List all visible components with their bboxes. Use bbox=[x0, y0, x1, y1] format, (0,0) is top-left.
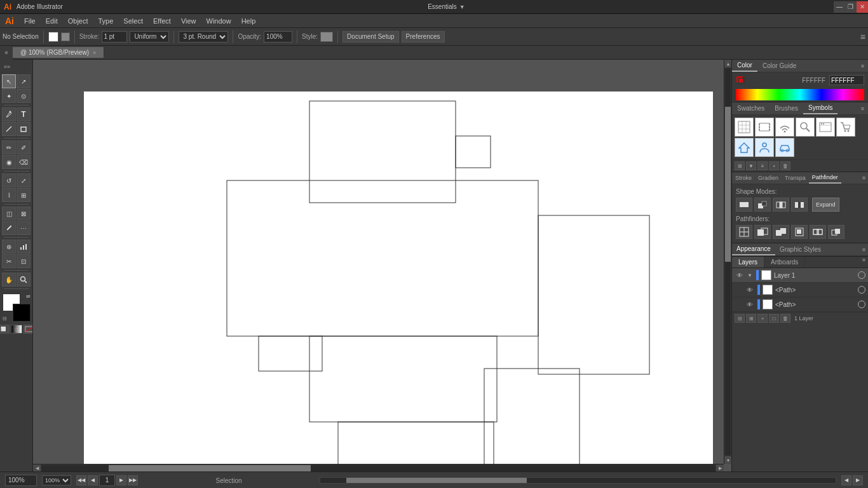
intersect-button[interactable] bbox=[773, 198, 789, 212]
arrangement-icon[interactable]: ≡ bbox=[860, 32, 865, 42]
zoom-tool-button[interactable] bbox=[17, 273, 31, 287]
menu-view[interactable]: View bbox=[176, 15, 201, 27]
magic-wand-tool-button[interactable]: ✦ bbox=[2, 89, 16, 103]
vscroll-track[interactable] bbox=[725, 68, 731, 456]
gradient-mode-button[interactable]: □ bbox=[11, 325, 22, 334]
color-mode-button[interactable]: ⬜ bbox=[0, 325, 10, 334]
mesh-tool-button[interactable]: ⊠ bbox=[17, 207, 31, 220]
document-setup-button[interactable]: Document Setup bbox=[342, 31, 399, 43]
hscroll-thumb[interactable] bbox=[109, 465, 311, 471]
appearance-panel-options[interactable]: ≡ bbox=[862, 247, 868, 253]
minus-back-button[interactable] bbox=[828, 225, 844, 239]
prev-page-button[interactable]: ◀ bbox=[88, 475, 98, 485]
paintbrush-tool-button[interactable]: ✏ bbox=[2, 140, 16, 154]
symbol-library-button[interactable]: ⊞ bbox=[735, 161, 745, 170]
background-color[interactable] bbox=[13, 304, 31, 322]
shape-builder-tool-button[interactable]: ⊞ bbox=[17, 188, 31, 202]
scroll-left-status-button[interactable]: ◀ bbox=[841, 475, 851, 485]
eyedropper-tool-button[interactable] bbox=[2, 221, 16, 235]
menu-edit[interactable]: Edit bbox=[41, 15, 63, 27]
none-mode-button[interactable] bbox=[24, 325, 34, 334]
expand-button[interactable]: Expand bbox=[812, 198, 839, 212]
crop-button[interactable] bbox=[791, 225, 808, 239]
scroll-down-button[interactable]: ▼ bbox=[724, 456, 731, 464]
layers-tab[interactable]: Layers bbox=[732, 257, 764, 268]
brushes-tab[interactable]: Brushes bbox=[770, 103, 803, 114]
symbol-item-car[interactable] bbox=[775, 138, 794, 157]
artboard-tool-button[interactable]: ⊡ bbox=[17, 254, 31, 268]
new-symbol-button[interactable]: + bbox=[769, 161, 779, 170]
symbols-panel-options[interactable]: ≡ bbox=[861, 105, 868, 112]
scroll-right-button[interactable]: ▶ bbox=[716, 464, 724, 472]
collect-in-layer-button[interactable]: ⊞ bbox=[746, 314, 756, 323]
color-guide-tab[interactable]: Color Guide bbox=[757, 60, 801, 71]
symbol-item-browser[interactable] bbox=[816, 118, 835, 137]
symbol-item-film[interactable] bbox=[755, 118, 774, 137]
opacity-input[interactable] bbox=[264, 31, 292, 43]
menu-type[interactable]: Type bbox=[93, 15, 119, 27]
layer-1-visibility[interactable]: 👁 bbox=[735, 270, 745, 280]
pathfinder-sub-tab[interactable]: Pathfinder bbox=[809, 172, 841, 184]
menu-effect[interactable]: Effect bbox=[148, 15, 176, 27]
symbol-item-grid[interactable] bbox=[735, 118, 754, 137]
direct-selection-tool-button[interactable]: ↗ bbox=[17, 74, 31, 88]
symbol-options-button[interactable]: ≡ bbox=[757, 161, 768, 170]
divide-button[interactable] bbox=[736, 225, 752, 239]
scroll-left-button[interactable]: ◀ bbox=[33, 464, 41, 472]
delete-layer-button[interactable]: 🗑 bbox=[780, 314, 790, 323]
stroke-type-select[interactable]: Uniform bbox=[130, 31, 169, 43]
next-page-button[interactable]: ▶ bbox=[116, 475, 126, 485]
stroke-end-select[interactable]: 3 pt. Round bbox=[179, 31, 228, 43]
menu-help[interactable]: Help bbox=[236, 15, 261, 27]
rotate-tool-button[interactable]: ↺ bbox=[2, 173, 16, 187]
vertical-scrollbar[interactable]: ▲ ▼ bbox=[724, 60, 731, 464]
blob-brush-tool-button[interactable]: ◉ bbox=[2, 155, 16, 169]
zoom-percent-select[interactable]: 100% bbox=[42, 475, 71, 485]
style-swatch[interactable] bbox=[320, 32, 333, 42]
slice-tool-button[interactable]: ✂ bbox=[2, 254, 16, 268]
hscroll-track[interactable] bbox=[41, 465, 715, 471]
menu-select[interactable]: Select bbox=[118, 15, 148, 27]
symbol-item-home[interactable] bbox=[735, 138, 754, 157]
stroke-sub-tab[interactable]: Stroke bbox=[732, 173, 755, 183]
symbol-item-person[interactable] bbox=[755, 138, 774, 157]
rectangle-tool-button[interactable] bbox=[17, 122, 31, 136]
path-2-visibility[interactable]: 👁 bbox=[745, 299, 755, 309]
pencil-tool-button[interactable]: ✐ bbox=[17, 140, 31, 154]
swatches-tab[interactable]: Swatches bbox=[732, 103, 770, 114]
layer-1-target[interactable] bbox=[858, 271, 865, 279]
tab-close-button[interactable]: × bbox=[93, 50, 96, 56]
swap-colors-icon[interactable]: ⇄ bbox=[26, 294, 31, 299]
layers-panel-options[interactable]: ≡ bbox=[862, 257, 868, 268]
symbol-item-search[interactable] bbox=[796, 118, 815, 137]
gradient-sub-tab[interactable]: Gradien bbox=[755, 173, 782, 183]
new-sublayer-button[interactable]: + bbox=[757, 314, 768, 323]
type-tool-button[interactable]: T bbox=[17, 107, 31, 121]
panel-collapse-button[interactable]: « bbox=[0, 46, 13, 60]
preferences-button[interactable]: Preferences bbox=[402, 31, 445, 43]
color-spectrum-bar[interactable] bbox=[736, 89, 864, 100]
line-tool-button[interactable] bbox=[2, 122, 16, 136]
scroll-right-status-button[interactable]: ▶ bbox=[853, 475, 863, 485]
document-tab[interactable]: @ 100% (RGB/Preview) × bbox=[13, 47, 104, 58]
zoom-input[interactable] bbox=[5, 475, 37, 486]
place-symbol-button[interactable]: ▼ bbox=[746, 161, 756, 170]
first-page-button[interactable]: ◀◀ bbox=[76, 475, 86, 485]
layer-1-expand[interactable]: ▼ bbox=[747, 270, 754, 280]
unite-button[interactable] bbox=[736, 198, 752, 212]
minimize-button[interactable]: — bbox=[834, 1, 845, 13]
minus-front-button[interactable] bbox=[754, 198, 771, 212]
path-1-target[interactable] bbox=[858, 286, 865, 294]
gradient-tool-button[interactable]: ◫ bbox=[2, 207, 16, 220]
outline-button[interactable] bbox=[810, 225, 826, 239]
hex-color-input[interactable] bbox=[829, 75, 864, 85]
menu-object[interactable]: Object bbox=[63, 15, 93, 27]
canvas-area[interactable]: ▲ ▼ ◀ ▶ bbox=[33, 60, 731, 471]
trim-button[interactable] bbox=[754, 225, 771, 239]
graphic-styles-tab[interactable]: Graphic Styles bbox=[775, 244, 825, 255]
merge-button[interactable] bbox=[773, 225, 789, 239]
symbol-sprayer-button[interactable]: ⊛ bbox=[2, 240, 16, 254]
last-page-button[interactable]: ▶▶ bbox=[128, 475, 138, 485]
delete-symbol-button[interactable]: 🗑 bbox=[780, 161, 790, 170]
pen-tool-button[interactable] bbox=[2, 107, 16, 121]
